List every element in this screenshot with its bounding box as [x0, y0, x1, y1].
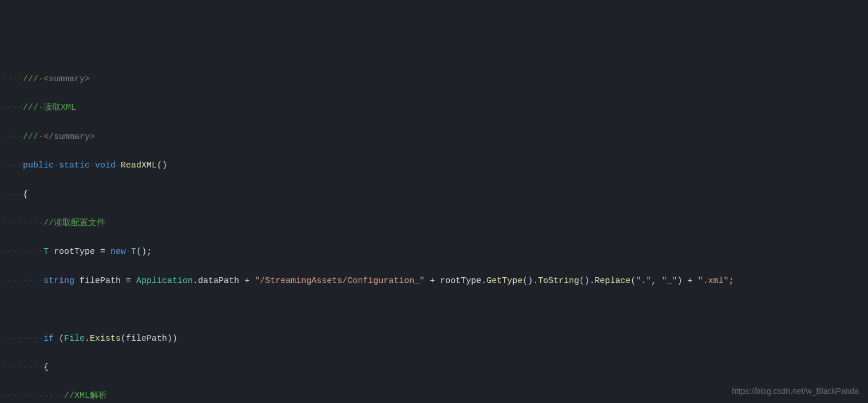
- xml-tag: </summary>: [43, 132, 95, 142]
- code-line: ········string filePath = Application.da…: [2, 274, 868, 288]
- code-line: ····///·</summary>: [2, 130, 868, 144]
- method-call: ToString: [538, 276, 579, 286]
- code-line: ····{: [2, 187, 868, 202]
- indent-dots: ····: [2, 190, 23, 199]
- type: T: [43, 247, 49, 257]
- code-line: ········{: [2, 360, 868, 374]
- string-literal: ".": [636, 276, 651, 286]
- code-line: [2, 302, 868, 317]
- watermark: https://blog.csdn.net/w_BlackPanda: [732, 384, 859, 398]
- code-line: ········T·rootType = new·T();: [2, 245, 868, 259]
- open-brace: {: [23, 190, 28, 199]
- indent-dots: ········: [2, 276, 43, 286]
- string-literal: "/StreamingAssets/Configuration_": [255, 276, 425, 286]
- indent-dots: ············: [2, 391, 64, 401]
- indent-dots: ····: [2, 74, 23, 84]
- xml-tag: <summary>: [43, 74, 90, 84]
- string-literal: "_": [661, 276, 677, 286]
- code-line: ········//读取配置文件: [2, 216, 868, 230]
- code-line: ····///·读取XML: [2, 101, 868, 115]
- keyword: static: [59, 161, 90, 170]
- parens: (): [157, 161, 167, 170]
- doc-comment: ///·: [23, 103, 43, 113]
- open-brace: {: [43, 362, 49, 372]
- comment: //XML解析: [64, 391, 107, 401]
- identifier: rootType: [54, 247, 95, 257]
- indent-dots: ········: [2, 218, 43, 228]
- code-line: ········if (File.Exists(filePath)): [2, 332, 868, 346]
- keyword: public: [23, 161, 54, 170]
- indent-dots: ········: [2, 334, 43, 344]
- type: Application: [136, 276, 193, 286]
- doc-text: 读取XML: [43, 103, 76, 113]
- method-name: ReadXML: [121, 161, 157, 170]
- indent-dots: ····: [2, 161, 23, 170]
- doc-comment: ///·: [23, 74, 43, 84]
- doc-comment: ///·: [23, 132, 43, 142]
- code-editor[interactable]: ····///·<summary> ····///·读取XML ····///·…: [0, 58, 868, 403]
- keyword: void: [95, 161, 116, 170]
- keyword: new: [110, 247, 126, 257]
- method-call: Replace: [594, 276, 631, 286]
- method-call: Exists: [90, 334, 121, 344]
- indent-dots: ····: [2, 132, 23, 142]
- indent-dots: ········: [2, 362, 43, 372]
- string-literal: ".xml": [697, 276, 728, 286]
- indent-dots: ····: [2, 103, 23, 113]
- comment: //读取配置文件: [43, 218, 105, 228]
- keyword: if: [43, 334, 54, 344]
- indent-dots: ········: [2, 247, 43, 257]
- method-call: GetType: [486, 276, 522, 286]
- code-line: ····///·<summary>: [2, 72, 868, 86]
- keyword: string: [43, 276, 74, 286]
- code-line: ····public·static·void·ReadXML(): [2, 158, 868, 173]
- type: T: [131, 247, 136, 257]
- type: File: [64, 334, 85, 344]
